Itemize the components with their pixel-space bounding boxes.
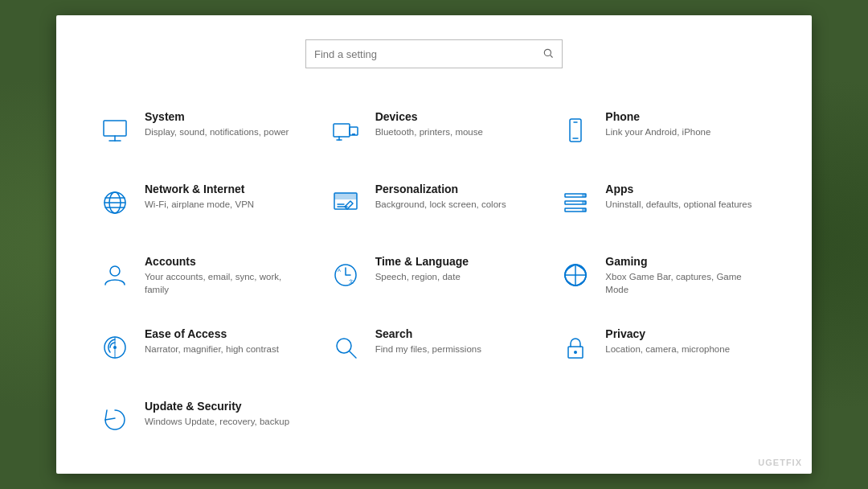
time-desc: Speech, region, date: [375, 270, 469, 283]
settings-item-devices[interactable]: DevicesBluetooth, printers, mouse: [319, 97, 550, 170]
personalization-text: PersonalizationBackground, lock screen, …: [375, 183, 506, 211]
time-text: Time & LanguageSpeech, region, date: [375, 255, 469, 283]
time-icon: A 文: [327, 257, 364, 294]
apps-desc: Uninstall, defaults, optional features: [605, 198, 751, 211]
gaming-title: Gaming: [605, 255, 764, 268]
network-title: Network & Internet: [145, 183, 254, 195]
settings-item-phone[interactable]: PhoneLink your Android, iPhone: [549, 97, 780, 170]
update-icon: [96, 401, 133, 438]
settings-item-personalization[interactable]: PersonalizationBackground, lock screen, …: [319, 170, 550, 242]
watermark: UGETFIX: [758, 458, 802, 467]
update-title: Update & Security: [145, 400, 289, 413]
network-icon: [96, 184, 133, 221]
accounts-title: Accounts: [145, 255, 303, 268]
devices-title: Devices: [375, 110, 483, 123]
devices-icon: [327, 112, 364, 149]
search-icon: [542, 47, 554, 61]
ease-title: Ease of Access: [145, 327, 279, 340]
system-icon: [96, 112, 133, 149]
svg-text:文: 文: [349, 278, 354, 284]
settings-item-gaming[interactable]: GamingXbox Game Bar, captures, Game Mode: [549, 242, 780, 314]
devices-desc: Bluetooth, printers, mouse: [375, 125, 483, 138]
accounts-text: AccountsYour accounts, email, sync, work…: [145, 255, 303, 296]
settings-item-search[interactable]: SearchFind my files, permissions: [319, 314, 550, 387]
search-desc: Find my files, permissions: [375, 343, 481, 355]
network-desc: Wi-Fi, airplane mode, VPN: [145, 198, 254, 211]
settings-item-system[interactable]: SystemDisplay, sound, notifications, pow…: [88, 97, 319, 170]
settings-item-time[interactable]: A 文 Time & LanguageSpeech, region, date: [319, 242, 550, 314]
personalization-title: Personalization: [375, 183, 506, 195]
ease-desc: Narrator, magnifier, high contrast: [145, 343, 279, 355]
update-text: Update & SecurityWindows Update, recover…: [145, 400, 289, 428]
svg-text:A: A: [338, 268, 341, 273]
phone-icon: [557, 112, 594, 149]
privacy-title: Privacy: [605, 327, 730, 340]
svg-rect-19: [334, 193, 357, 199]
devices-text: DevicesBluetooth, printers, mouse: [375, 110, 483, 138]
svg-rect-2: [104, 121, 126, 136]
settings-item-network[interactable]: Network & InternetWi-Fi, airplane mode, …: [88, 170, 319, 242]
gaming-icon: [557, 257, 594, 294]
settings-item-update[interactable]: Update & SecurityWindows Update, recover…: [88, 387, 319, 459]
svg-rect-25: [582, 194, 586, 197]
network-text: Network & InternetWi-Fi, airplane mode, …: [145, 183, 254, 211]
settings-item-apps[interactable]: AppsUninstall, defaults, optional featur…: [549, 170, 780, 242]
phone-title: Phone: [605, 110, 710, 123]
svg-point-28: [110, 266, 120, 276]
apps-title: Apps: [605, 183, 751, 195]
svg-rect-9: [352, 134, 355, 135]
accounts-desc: Your accounts, email, sync, work, family: [145, 270, 303, 296]
search-input[interactable]: [314, 48, 554, 60]
system-title: System: [145, 110, 289, 123]
privacy-icon: [557, 329, 594, 366]
svg-point-38: [337, 339, 351, 353]
system-text: SystemDisplay, sound, notifications, pow…: [145, 110, 289, 138]
apps-icon: [557, 184, 594, 221]
gaming-desc: Xbox Game Bar, captures, Game Mode: [605, 270, 764, 296]
svg-rect-27: [582, 208, 586, 212]
search-text: SearchFind my files, permissions: [375, 327, 481, 355]
svg-line-1: [551, 55, 553, 57]
svg-rect-5: [334, 124, 350, 137]
accounts-icon: [96, 257, 133, 294]
settings-item-accounts[interactable]: AccountsYour accounts, email, sync, work…: [88, 242, 319, 314]
privacy-desc: Location, camera, microphone: [605, 343, 730, 355]
personalization-desc: Background, lock screen, colors: [375, 198, 506, 211]
svg-point-41: [574, 351, 577, 354]
settings-item-ease[interactable]: Ease of AccessNarrator, magnifier, high …: [88, 314, 319, 387]
settings-window: SystemDisplay, sound, notifications, pow…: [56, 15, 812, 474]
personalization-icon: [327, 184, 364, 221]
update-desc: Windows Update, recovery, backup: [145, 415, 289, 428]
settings-item-privacy[interactable]: PrivacyLocation, camera, microphone: [549, 314, 780, 387]
phone-text: PhoneLink your Android, iPhone: [605, 110, 710, 138]
phone-desc: Link your Android, iPhone: [605, 125, 710, 138]
time-title: Time & Language: [375, 255, 469, 268]
search-bar-area: [88, 39, 780, 68]
settings-grid: SystemDisplay, sound, notifications, pow…: [88, 97, 780, 459]
search-bar: [305, 39, 563, 68]
apps-text: AppsUninstall, defaults, optional featur…: [605, 183, 751, 211]
svg-line-39: [350, 351, 356, 358]
ease-icon: [96, 329, 133, 366]
ease-text: Ease of AccessNarrator, magnifier, high …: [145, 327, 279, 355]
system-desc: Display, sound, notifications, power: [145, 125, 289, 138]
search-icon: [327, 329, 364, 366]
gaming-text: GamingXbox Game Bar, captures, Game Mode: [605, 255, 764, 296]
svg-point-0: [544, 49, 551, 55]
search-title: Search: [375, 327, 481, 340]
privacy-text: PrivacyLocation, camera, microphone: [605, 327, 730, 355]
svg-rect-26: [582, 201, 586, 204]
